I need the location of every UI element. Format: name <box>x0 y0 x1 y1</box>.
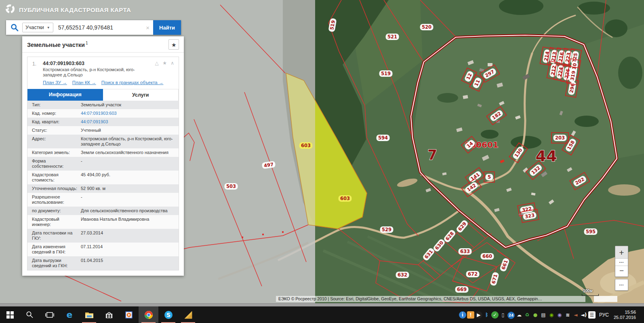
shield-green-icon[interactable]: ✓ <box>491 311 499 319</box>
tab-information[interactable]: Информация <box>27 89 103 101</box>
svg-text:660: 660 <box>482 253 492 259</box>
skype-icon[interactable]: S <box>158 306 178 323</box>
parcel-label[interactable]: 521 <box>386 34 399 40</box>
parcel-label[interactable]: 44 <box>536 147 557 165</box>
favorites-button[interactable]: ★ <box>168 39 179 50</box>
map-tools-button[interactable]: ••• <box>615 279 628 291</box>
nvidia-icon[interactable]: ◉ <box>548 311 555 319</box>
search-icon[interactable] <box>6 23 22 32</box>
parcel-label[interactable]: 603 <box>339 195 352 202</box>
document-icon[interactable]: ▤ <box>540 311 547 319</box>
detail-value[interactable]: 44:07:091903 <box>80 118 179 126</box>
detail-row: Адрес:Костромская область, р-н Костромск… <box>27 135 179 148</box>
detail-row: Кад. квартал:44:07:091903 <box>27 118 179 126</box>
parcel-label[interactable]: 633 <box>459 248 472 255</box>
wifi-icon[interactable]: ≋ <box>564 311 571 319</box>
detail-value: - <box>80 193 179 207</box>
find-button[interactable]: Найти <box>153 20 181 35</box>
clock-24-icon[interactable]: 24 <box>507 312 515 319</box>
sync-green-icon[interactable]: ♻ <box>524 311 531 319</box>
speaker-red-icon[interactable]: ◄ <box>572 311 579 319</box>
detail-value: 01.04.2015 <box>80 256 179 270</box>
info-blue-icon[interactable]: i <box>459 311 466 319</box>
detail-label: Кад. квартал: <box>27 118 80 126</box>
notifications-icon[interactable]: ☰ <box>588 311 596 319</box>
zoom-out-button[interactable]: − <box>615 266 628 277</box>
parcel-label[interactable]: 672 <box>466 271 480 277</box>
parcel-label[interactable]: 594 <box>377 135 390 141</box>
rosreestr-logo-icon <box>5 4 15 16</box>
chevron-down-icon: ▼ <box>47 26 50 30</box>
detail-value: Иванова Наталья Владимировна <box>80 215 179 229</box>
detail-row: по документу:Для сельскохозяйственного п… <box>27 207 179 215</box>
detail-label: Разрешенное использование: <box>27 193 80 207</box>
results-panel: Земельные участки1 ★ 1. 44:07:091903:603… <box>22 36 184 276</box>
detail-label: Кадастровый инженер: <box>27 215 80 229</box>
detail-value[interactable]: 44:07:091903:603 <box>80 109 179 118</box>
start-button[interactable] <box>0 306 20 323</box>
detail-row: Уточненная площадь:52 900 кв. м <box>27 184 179 193</box>
parcel-label[interactable]: 7 <box>427 147 437 163</box>
screen: 5195205215195945294975036036037440906011… <box>0 0 644 323</box>
store-icon[interactable] <box>99 306 119 323</box>
detail-row: Разрешенное использование:- <box>27 193 179 207</box>
detail-value: Костромская область, р-н Костромской, юг… <box>80 135 179 148</box>
parcel-label[interactable]: 632 <box>396 272 409 278</box>
leaf-green-icon[interactable]: ● <box>532 311 539 319</box>
edge-icon[interactable]: e <box>59 306 79 323</box>
detail-label: Адрес: <box>27 135 80 148</box>
scale-bar <box>582 294 599 296</box>
parcel-label[interactable]: 595 <box>584 228 598 235</box>
parcel-label[interactable]: 520 <box>420 24 434 30</box>
search-taskbar-icon[interactable] <box>20 306 40 323</box>
file-explorer-icon[interactable] <box>79 306 99 323</box>
parcel-label[interactable]: 669 <box>455 286 469 293</box>
media-player-icon[interactable]: ▶ <box>475 311 482 319</box>
date: 25.07.2016 <box>614 315 636 320</box>
detail-label: Кадастровая стоимость: <box>27 171 80 184</box>
item-action-icons[interactable]: △ ★ ∧ <box>155 60 175 66</box>
item-index: 1. <box>32 61 36 67</box>
svg-text:594: 594 <box>378 135 388 141</box>
clear-search-icon[interactable]: × <box>142 24 153 31</box>
chrome-icon[interactable] <box>139 306 158 323</box>
parcel-label[interactable]: 529 <box>380 226 394 233</box>
detail-value: - <box>80 157 179 171</box>
svg-text:44: 44 <box>536 147 557 165</box>
usb-device-icon[interactable]: ▯ <box>499 311 507 319</box>
language-indicator[interactable]: РУС <box>596 312 612 318</box>
parcel-label[interactable]: 519 <box>379 70 393 77</box>
item-header: 1. 44:07:091903:603 △ ★ ∧ Костромская об… <box>27 57 179 89</box>
volume-icon[interactable]: ◄) <box>580 311 587 319</box>
detail-label: Форма собственности: <box>27 157 80 171</box>
tab-services[interactable]: Услуги <box>103 89 179 101</box>
bluetooth-icon[interactable]: ᛒ <box>483 311 490 319</box>
parcel-label[interactable]: 503 <box>225 183 238 190</box>
scale-label: 100м <box>583 289 593 293</box>
cloud-icon[interactable]: ☁ <box>516 311 523 319</box>
detail-row: Кад. номер:44:07:091903:603 <box>27 109 179 118</box>
warning-orange-icon[interactable]: ! <box>467 311 474 319</box>
zoom-in-button[interactable]: + <box>615 246 628 259</box>
zoom-options-button[interactable]: ••• <box>615 259 628 266</box>
item-link[interactable]: Поиск в границах объекта → <box>101 80 164 85</box>
taskbar-clock[interactable]: 15:56 25.07.2016 <box>612 310 640 320</box>
detail-label: Дата выгрузки сведений из ГКН: <box>27 256 80 270</box>
detail-label: Дата изменения сведений в ГКН: <box>27 243 80 256</box>
svg-text:520: 520 <box>422 24 431 30</box>
svg-text:5: 5 <box>488 174 491 180</box>
item-address: Костромская область, р-н Костромской, юг… <box>43 67 146 78</box>
task-view-icon[interactable] <box>40 306 59 323</box>
search-category-dropdown[interactable]: Участки ▼ <box>22 23 53 32</box>
drawing-tool-icon[interactable] <box>178 306 198 323</box>
parcel-label[interactable]: 660 <box>481 253 494 260</box>
search-input[interactable] <box>53 24 143 31</box>
item-link[interactable]: План КК → <box>72 80 96 85</box>
detail-label: Тип: <box>27 101 80 109</box>
movies-tv-icon[interactable] <box>119 306 139 323</box>
detail-label: Статус: <box>27 126 80 135</box>
svg-text:669: 669 <box>457 287 467 292</box>
eye-purple-icon[interactable]: ◉ <box>556 311 563 319</box>
parcel-label[interactable]: 603 <box>299 142 313 149</box>
item-link[interactable]: План ЗУ → <box>43 80 67 85</box>
